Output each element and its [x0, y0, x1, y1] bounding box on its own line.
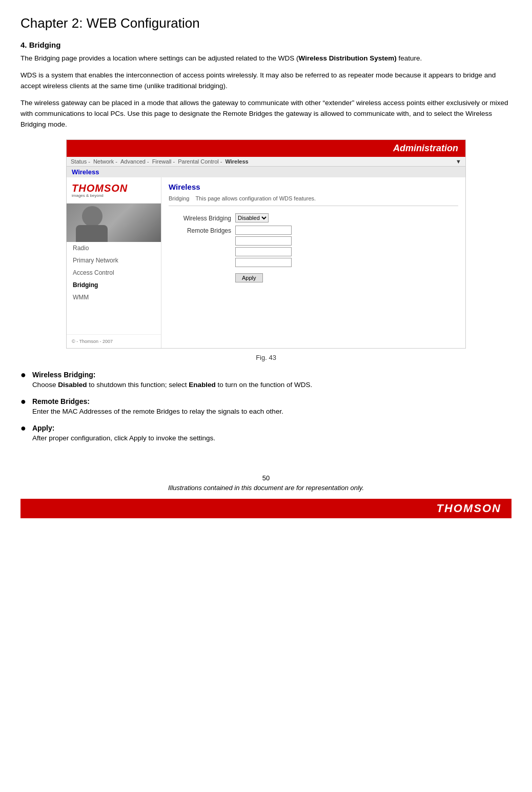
admin-header: Administration [67, 140, 465, 157]
bullet2-title-text: Remote Bridges [32, 397, 87, 405]
remote-bridge-input-1[interactable] [235, 226, 292, 235]
sidebar-item-radio[interactable]: Radio [67, 242, 161, 254]
sidebar-footer: © - Thomson - 2007 [67, 334, 161, 348]
nav-advanced[interactable]: Advanced - [120, 158, 149, 165]
bullet-wireless-bridging: ● Wireless Bridging: Choose Disabled to … [21, 371, 511, 390]
bullet-content-1: Wireless Bridging: Choose Disabled to sh… [32, 371, 511, 390]
chapter-title: Chapter 2: WEB Configuration [21, 15, 511, 31]
apply-button-row: Apply [169, 270, 458, 282]
section-heading: 4. Bridging [21, 40, 511, 49]
bullet-body-1: Choose Disabled to shutdown this functio… [32, 380, 511, 390]
panel-title: Wireless [169, 182, 458, 191]
remote-bridge-input-4[interactable] [235, 258, 292, 267]
bullet-title-1: Wireless Bridging: [32, 371, 511, 379]
panel-description: Bridging This page allows configuration … [169, 195, 458, 206]
bullet-apply: ● Apply: After proper configuration, cli… [21, 424, 511, 443]
thomson-logo: THOMSON images & beyond [72, 182, 156, 198]
apply-button[interactable]: Apply [235, 273, 263, 282]
wireless-bridging-label: Wireless Bridging [169, 213, 235, 222]
panel-desc-text: This page allows configuration of WDS fe… [195, 195, 316, 201]
sidebar-menu: Radio Primary Network Access Control Bri… [67, 242, 161, 303]
bullet-body-2: Enter the MAC Addresses of the remote Br… [32, 407, 511, 417]
bullet-content-3: Apply: After proper configuration, click… [32, 424, 511, 443]
main-content-area: THOMSON images & beyond Radio Primary Ne… [67, 177, 465, 348]
nav-bar: Status - Network - Advanced - Firewall -… [67, 157, 465, 167]
logo-tagline: images & beyond [72, 193, 104, 198]
remote-bridges-row: Remote Bridges [169, 226, 458, 267]
nav-wireless[interactable]: Wireless [225, 158, 248, 165]
footer-brand-bar: THOMSON [21, 499, 511, 518]
bullet1-middle: to shutdown this function; select [87, 381, 189, 389]
logo-text: THOMSON [72, 182, 128, 194]
page-number: 50 [21, 474, 511, 482]
page-footer: 50 Illustrations contained in this docum… [21, 474, 511, 492]
remote-bridges-inputs [235, 226, 292, 267]
sidebar-item-primary-network[interactable]: Primary Network [67, 254, 161, 267]
bullet1-prefix: Choose [32, 381, 58, 389]
wireless-bridging-row: Wireless Bridging Disabled Enabled [169, 213, 458, 222]
sidebar: THOMSON images & beyond Radio Primary Ne… [67, 177, 161, 348]
bullet1-end: to turn on the function of WDS. [216, 381, 312, 389]
sidebar-item-bridging[interactable]: Bridging [67, 279, 161, 291]
remote-bridges-label: Remote Bridges [169, 226, 235, 234]
para1-bold: Wireless Distribution System) [299, 54, 397, 62]
bullet-dot-2: ● [21, 396, 26, 407]
nav-parental[interactable]: Parental Control - [178, 158, 222, 165]
bullet-dot-1: ● [21, 370, 26, 380]
bullet-remote-bridges: ● Remote Bridges: Enter the MAC Addresse… [21, 397, 511, 417]
sidebar-person-image [67, 204, 161, 242]
sidebar-item-wmm[interactable]: WMM [67, 291, 161, 303]
panel-subtitle: Bridging [169, 195, 189, 201]
paragraph-1: The Bridging page provides a location wh… [21, 53, 511, 64]
nav-status[interactable]: Status - [71, 158, 90, 165]
nav-dropdown-icon[interactable]: ▼ [456, 158, 461, 165]
bullet1-bold2: Enabled [189, 381, 216, 389]
bullet-body-3: After proper configuration, click Apply … [32, 433, 511, 443]
wireless-section-label: Wireless [67, 167, 465, 177]
footer-note: Illustrations contained in this document… [21, 484, 511, 492]
remote-bridge-input-3[interactable] [235, 247, 292, 256]
paragraph-3: The wireless gateway can be placed in a … [21, 98, 511, 130]
bullet-title-3: Apply: [32, 424, 511, 432]
nav-network[interactable]: Network - [93, 158, 117, 165]
right-panel: Wireless Bridging This page allows confi… [161, 177, 465, 348]
screenshot-figure: Administration Status - Network - Advanc… [66, 139, 466, 349]
bullet-content-2: Remote Bridges: Enter the MAC Addresses … [32, 397, 511, 417]
bullet1-bold1: Disabled [58, 381, 87, 389]
para1-end: feature. [397, 54, 422, 62]
remote-bridge-input-2[interactable] [235, 236, 292, 246]
wireless-bridging-select[interactable]: Disabled Enabled [235, 213, 269, 222]
nav-firewall[interactable]: Firewall - [152, 158, 175, 165]
nav-links: Status - Network - Advanced - Firewall -… [71, 158, 249, 165]
bullet-title-2: Remote Bridges: [32, 397, 511, 405]
paragraph-2: WDS is a system that enables the interco… [21, 70, 511, 92]
sidebar-logo: THOMSON images & beyond [67, 177, 161, 204]
wireless-bridging-control: Disabled Enabled [235, 213, 269, 222]
para1-text: The Bridging page provides a location wh… [21, 54, 299, 62]
figure-caption: Fig. 43 [21, 354, 511, 361]
bullet-dot-3: ● [21, 423, 26, 434]
footer-thomson-logo: THOMSON [437, 502, 501, 515]
sidebar-item-access-control[interactable]: Access Control [67, 267, 161, 279]
bullet2-title-suffix: : [87, 397, 90, 405]
